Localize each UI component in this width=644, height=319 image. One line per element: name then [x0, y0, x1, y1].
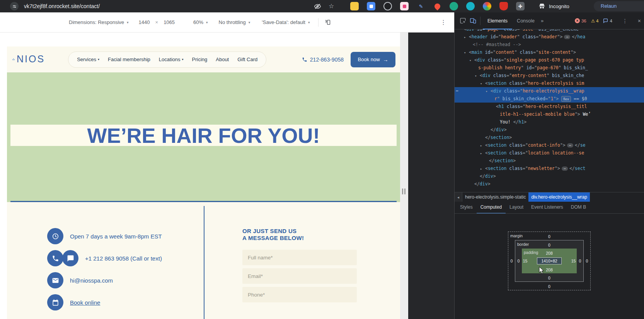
extension-icon-puzzle[interactable]: ✚ [516, 2, 525, 10]
tab-elements[interactable]: Elements [483, 12, 512, 29]
bookmark-star-icon[interactable]: ☆ [329, 0, 334, 12]
relaunch-button[interactable]: Relaun [594, 1, 644, 11]
twisty-icon[interactable]: ▸ [480, 165, 485, 173]
dom-tree-line[interactable]: ▸<header id="header" class="header">⋯</h… [455, 33, 644, 41]
save-data-select[interactable]: 'Save-Data': default ▾ [262, 19, 310, 25]
dom-tree-line[interactable]: <!-- #masthead --> [455, 41, 644, 48]
dom-tree-line[interactable]: ▾<section class="hero-electrolysis sim [455, 79, 644, 87]
extension-icon-flame[interactable] [433, 2, 441, 10]
dom-tree-line[interactable]: <h1 class="hero-electrolysis__titl [455, 103, 644, 110]
error-badge[interactable]: ×36 [575, 18, 586, 23]
extension-icon-red-shield[interactable] [499, 2, 508, 10]
dom-tree-line[interactable]: ▾<div class="single-page post-670 page t… [455, 56, 644, 64]
email-icon[interactable] [47, 272, 63, 288]
url-bar[interactable]: vk7t2ejf8f.onrocket.site/contact/ [24, 0, 100, 12]
dom-tree-line[interactable]: ▸<section class="contact-info">⋯</se [455, 141, 644, 149]
dom-tree-line[interactable]: ⋯▾<div class="hero-electrolysis__wrap [455, 87, 644, 95]
nav-item-facial-membership[interactable]: Facial membership [108, 57, 150, 62]
extension-icon-blue-grid[interactable] [367, 2, 375, 10]
twisty-icon[interactable]: ▾ [480, 80, 485, 87]
extension-icon-teal-dot[interactable] [466, 2, 475, 10]
more-tabs-icon[interactable]: » [541, 18, 543, 24]
dom-tree-line[interactable]: s-publish hentry" id="page-670" bis_skin… [455, 64, 644, 72]
dom-tree-line[interactable]: <div id="page" class="site" bis_skin_che… [455, 29, 644, 33]
issues-badge[interactable]: 4 [603, 18, 612, 23]
dom-tree-line[interactable]: </section> [455, 134, 644, 141]
tab-layout[interactable]: Layout [506, 202, 527, 214]
extension-icon-lighthouse[interactable] [483, 2, 491, 10]
email-text[interactable]: hi@niosspa.com [70, 277, 113, 284]
dom-tree-line[interactable]: ▾<main id="content" class="site-content"… [455, 48, 644, 56]
devtools-menu-icon[interactable]: ⋮ [622, 18, 628, 24]
input-phone[interactable] [242, 287, 357, 302]
box-model-padding[interactable]: padding208 15 1410×82 15 208 [522, 249, 577, 273]
dom-tree-line[interactable]: You! </h1> [455, 118, 644, 126]
chat-icon[interactable] [62, 250, 78, 266]
nav-item-services[interactable]: Services▾ [77, 57, 99, 62]
nav-item-pricing[interactable]: Pricing [192, 57, 208, 62]
nav-item-gift-card[interactable]: Gift Card [237, 57, 257, 62]
device-toolbar-toggle-icon[interactable] [468, 16, 478, 26]
extension-icon-pink-note[interactable] [400, 2, 409, 10]
rotate-viewport-icon[interactable] [325, 19, 332, 26]
box-model-border[interactable]: border0 0 padding208 15 1410×82 15 208 [515, 240, 584, 282]
book-now-button[interactable]: Book now → [351, 52, 395, 67]
input-email[interactable] [242, 268, 357, 284]
device-toolbar-menu-icon[interactable]: ⋮ [440, 19, 446, 26]
dom-tree-line[interactable]: r" bis_skin_checked="1">flex== $0 [455, 95, 644, 103]
input-full-name[interactable] [242, 250, 357, 265]
tab-event-listeners[interactable]: Event Listeners [527, 202, 567, 214]
inline-expand-button[interactable]: ⋯ [564, 35, 570, 39]
extension-icon-recorder[interactable] [383, 2, 392, 10]
viewport-height-field[interactable]: 1065 [164, 19, 175, 25]
book-online-link[interactable]: Book online [70, 299, 100, 306]
site-logo[interactable]: NIOS [11, 53, 45, 65]
extension-icon-green-wave[interactable] [450, 2, 458, 10]
twisty-icon[interactable]: ▸ [480, 142, 485, 149]
twisty-icon[interactable]: ▸ [480, 149, 485, 157]
box-model-margin[interactable]: margin0 0 border0 0 padding208 15 1410×8… [508, 232, 591, 290]
tab-console[interactable]: Console [512, 12, 539, 29]
resize-handle[interactable] [402, 189, 405, 194]
inline-expand-button[interactable]: ⋯ [562, 166, 568, 171]
zoom-select[interactable]: 60% ▾ [193, 19, 208, 25]
calendar-icon[interactable] [47, 294, 63, 310]
phone-icon[interactable] [47, 250, 63, 266]
box-model-content[interactable]: 1410×82 [537, 257, 561, 264]
inline-expand-button[interactable]: ⋯ [567, 143, 573, 147]
nav-item-locations[interactable]: Locations▾ [159, 57, 184, 62]
dom-tree-line[interactable]: itle-h1--special-mobile blue"> We’ [455, 110, 644, 118]
dom-tree-line[interactable]: </div> [455, 172, 644, 180]
page-scrollbar[interactable] [400, 33, 408, 319]
twisty-icon[interactable]: ▾ [486, 87, 491, 95]
node-menu-icon[interactable]: ⋯ [456, 87, 459, 95]
dom-tree-line[interactable]: ▸<section class="location location--se [455, 149, 644, 157]
dom-tree-line[interactable]: ▸<section class="newsletter">⋯</sect [455, 165, 644, 172]
dom-tree-line[interactable]: </div> [455, 126, 644, 134]
dimensions-select[interactable]: Dimensions: Responsive ▾ [69, 19, 129, 25]
breadcrumb-item-selected[interactable]: div.hero-electrolysis__wrap [528, 192, 590, 202]
dom-tree-line[interactable]: </div> [455, 180, 644, 188]
nav-item-about[interactable]: About [216, 57, 229, 62]
extension-icon-blue-pen[interactable]: ✎ [417, 2, 425, 10]
dom-tree-line[interactable]: </section> [455, 157, 644, 165]
tab-styles[interactable]: Styles [456, 202, 477, 214]
twisty-icon[interactable]: ▾ [469, 57, 474, 64]
warning-badge[interactable]: ⚠4 [591, 18, 599, 24]
header-phone-link[interactable]: 212-863-9058 [302, 57, 344, 63]
breadcrumb-item[interactable]: hero-electrolysis.simple-static [462, 192, 528, 202]
twisty-icon[interactable]: ▸ [464, 33, 469, 41]
dom-tree-line[interactable]: ▾<div class="entry-content" bis_skin_che [455, 72, 644, 79]
browser-profile-icon[interactable] [10, 2, 19, 10]
phone-text[interactable]: +1 212 863 9058 (Call or text) [85, 255, 162, 262]
devtools-close-icon[interactable]: × [638, 18, 641, 24]
flex-badge[interactable]: flex [561, 96, 571, 102]
viewport-width-field[interactable]: 1440 [139, 19, 150, 25]
extension-icon-yellow-square[interactable] [350, 2, 359, 10]
inspect-icon[interactable] [458, 16, 468, 26]
tab-computed[interactable]: Computed [477, 202, 506, 214]
eye-off-icon[interactable] [314, 3, 321, 10]
throttling-select[interactable]: No throttling ▾ [219, 19, 250, 25]
twisty-icon[interactable]: ▾ [464, 49, 469, 57]
tab-dom-breakpoints[interactable]: DOM B [567, 202, 590, 214]
